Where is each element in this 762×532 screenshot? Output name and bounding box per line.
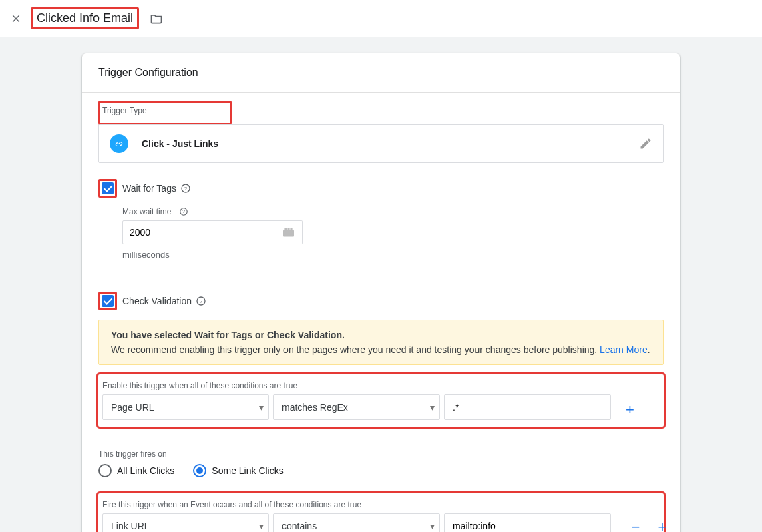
pencil-icon [639, 137, 652, 150]
wait-for-tags-label: Wait for Tags [122, 183, 176, 194]
max-wait-label: Max wait time [122, 207, 171, 216]
svg-text:?: ? [184, 186, 188, 192]
warning-bold: You have selected Wait for Tags or Check… [111, 330, 651, 340]
max-wait-input[interactable] [122, 220, 274, 244]
page-title[interactable]: Clicked Info Email [31, 7, 139, 29]
trigger-type-name: Click - Just Links [142, 138, 218, 149]
check-validation-help[interactable]: ? [196, 296, 206, 306]
check-validation-checkbox[interactable] [102, 295, 114, 307]
fire-cond-label: Fire this trigger when an Event occurs a… [102, 500, 660, 509]
fire-cond-variable-select[interactable]: ▾ [102, 513, 269, 532]
wait-for-tags-help[interactable]: ? [180, 183, 191, 194]
enable-cond-variable-select[interactable]: ▾ [102, 394, 269, 420]
help-icon: ? [179, 207, 188, 216]
variable-picker-button[interactable] [274, 220, 303, 244]
wait-for-tags-checkbox[interactable] [102, 182, 114, 194]
help-icon: ? [196, 296, 206, 306]
remove-fire-condition-button[interactable]: − [626, 519, 646, 532]
enable-cond-operator-select[interactable]: ▾ [273, 394, 440, 420]
svg-rect-4 [283, 230, 294, 237]
link-icon [110, 134, 128, 153]
fire-cond-operator-select[interactable]: ▾ [273, 513, 440, 532]
folder-icon [150, 12, 163, 25]
lego-icon [282, 227, 295, 238]
svg-text:?: ? [182, 209, 185, 214]
help-icon: ? [180, 183, 191, 194]
folder-button[interactable] [150, 12, 163, 25]
all-link-clicks-radio[interactable]: All Link Clicks [98, 464, 174, 477]
add-enable-condition-button[interactable]: + [626, 401, 634, 418]
warning-text: We recommend enabling this trigger only … [111, 344, 600, 355]
max-wait-help[interactable]: ? [179, 207, 188, 216]
trigger-type-selector[interactable]: Click - Just Links [98, 124, 664, 163]
svg-rect-5 [284, 228, 287, 230]
close-icon [10, 13, 22, 25]
edit-trigger-type-button[interactable] [639, 137, 652, 150]
fire-cond-value-input[interactable] [444, 513, 611, 532]
some-link-clicks-radio[interactable]: Some Link Clicks [193, 464, 283, 477]
enable-cond-label: Enable this trigger when all of these co… [102, 381, 660, 390]
enable-conditions-block: Enable this trigger when all of these co… [98, 374, 664, 427]
fire-conditions-block: Fire this trigger when an Event occurs a… [98, 493, 664, 532]
max-wait-unit: milliseconds [122, 250, 664, 260]
fires-on-label: This trigger fires on [98, 449, 664, 459]
check-validation-label: Check Validation [122, 296, 192, 306]
close-button[interactable] [8, 11, 24, 27]
trigger-type-label: Trigger Type [102, 106, 228, 115]
warning-box: You have selected Wait for Tags or Check… [98, 320, 664, 365]
svg-rect-7 [290, 228, 292, 230]
trigger-config-card: Trigger Configuration Trigger Type Click… [82, 53, 680, 532]
enable-cond-value-input[interactable] [444, 394, 611, 420]
svg-text:?: ? [200, 298, 203, 304]
learn-more-link[interactable]: Learn More [600, 344, 648, 355]
add-fire-condition-button[interactable]: + [652, 519, 673, 532]
svg-rect-6 [287, 228, 289, 230]
card-title: Trigger Configuration [82, 53, 680, 93]
